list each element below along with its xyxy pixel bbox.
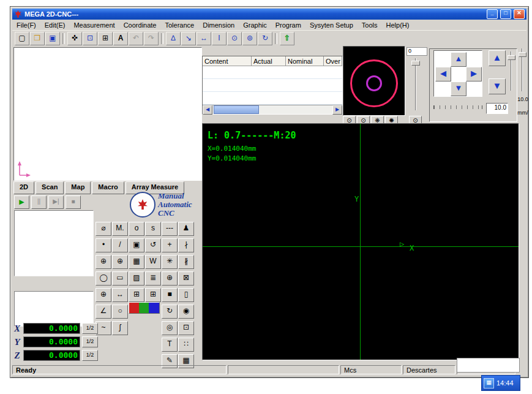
tool-button[interactable]: ■ xyxy=(162,288,178,302)
tool-button[interactable]: o xyxy=(129,222,144,236)
jog-right-button[interactable]: ▶ xyxy=(466,67,482,81)
stop-button[interactable]: ■ xyxy=(66,195,81,209)
angle-measure-button[interactable]: ∆ xyxy=(166,32,181,45)
menu-item[interactable]: Graphic xyxy=(239,21,271,29)
jog-left-button[interactable]: ◀ xyxy=(435,67,451,81)
redo-button[interactable]: ↷ xyxy=(144,32,159,45)
jog-down-button[interactable]: ▼ xyxy=(451,81,466,96)
light-slider[interactable] xyxy=(415,58,416,110)
menu-item[interactable]: Sysyten Setup xyxy=(305,21,358,29)
scroll-thumb[interactable] xyxy=(214,105,259,114)
menu-item[interactable]: Edit(E) xyxy=(40,21,70,29)
tool-button[interactable]: ∦ xyxy=(178,255,194,269)
tool-button[interactable]: ○ xyxy=(112,305,128,319)
tool-button[interactable]: ⊕ xyxy=(96,288,111,302)
speed-slider-thumb[interactable] xyxy=(508,55,515,60)
tool-button[interactable]: ⊞ xyxy=(129,288,144,302)
tool-button[interactable]: ▯ xyxy=(178,288,194,302)
step-button[interactable]: ▶| xyxy=(48,195,64,209)
tool-button[interactable]: ⊡ xyxy=(178,321,194,335)
tool-button[interactable]: ʃ xyxy=(112,321,128,335)
feed-rate-box[interactable]: 10.0 xyxy=(486,103,508,114)
color-settings-button[interactable] xyxy=(129,302,160,314)
tool-button[interactable]: ▨ xyxy=(129,271,144,286)
tool-button[interactable]: ▭ xyxy=(112,271,128,286)
z-down-button[interactable]: ▼ xyxy=(489,78,506,94)
tool-button[interactable]: s xyxy=(145,222,161,236)
strip-slider-thumb[interactable] xyxy=(519,52,526,57)
z-up-button[interactable]: ▲ xyxy=(489,50,506,66)
menu-item[interactable]: Dimension xyxy=(198,21,239,29)
circle-center-button[interactable]: ⊙ xyxy=(227,32,242,45)
scroll-left-icon[interactable]: ◀ xyxy=(203,105,212,115)
minimize-button[interactable]: _ xyxy=(487,9,498,19)
z-half-button[interactable]: 1/2 xyxy=(82,350,98,361)
tool-button[interactable]: • xyxy=(96,238,111,252)
tool-button[interactable]: ∷ xyxy=(178,338,194,352)
menu-item[interactable]: Help(H) xyxy=(382,21,414,29)
tool-button[interactable]: T xyxy=(162,338,178,352)
tool-button[interactable]: --- xyxy=(162,222,178,236)
tab-macro[interactable]: Macro xyxy=(92,181,124,194)
camera-view[interactable] xyxy=(343,46,405,116)
tab-2d[interactable]: 2D xyxy=(13,181,34,194)
zoom-region-button[interactable]: ⊡ xyxy=(83,32,97,45)
menu-item[interactable]: Tolerance xyxy=(161,21,199,29)
tool-button[interactable]: / xyxy=(112,238,128,252)
table-row[interactable] xyxy=(203,92,342,105)
tool-button[interactable]: ⊕ xyxy=(112,255,128,269)
taskbar-tray[interactable]: ▦ 14:44 xyxy=(481,375,520,391)
tab-scan[interactable]: Scan xyxy=(36,181,64,194)
tool-button[interactable]: ⌀ xyxy=(96,222,111,236)
tool-button[interactable]: ⊞ xyxy=(145,288,161,302)
table-row[interactable] xyxy=(203,66,342,79)
tool-button[interactable]: ↺ xyxy=(145,238,161,252)
table-row[interactable] xyxy=(203,79,342,92)
tool-button[interactable]: ⊕ xyxy=(162,271,178,286)
tool-button[interactable]: ✳ xyxy=(162,255,178,269)
pause-button[interactable]: || xyxy=(31,195,47,209)
title-bar[interactable]: MEGA 2D-CNC--- _ □ ✕ xyxy=(12,9,526,20)
height-measure-button[interactable]: I xyxy=(212,32,227,45)
new-file-button[interactable]: ▢ xyxy=(15,32,29,45)
tool-button[interactable]: ⊠ xyxy=(178,271,194,286)
tool-button[interactable]: ◯ xyxy=(96,271,111,286)
menu-item[interactable]: Coordinate xyxy=(119,21,161,29)
light-slider-thumb[interactable] xyxy=(411,61,420,66)
horizontal-scrollbar[interactable]: ◀ ▶ xyxy=(203,105,342,114)
play-button[interactable]: ▶ xyxy=(14,195,29,209)
graphics-canvas[interactable] xyxy=(13,47,202,181)
undo-button[interactable]: ↶ xyxy=(129,32,143,45)
go-up-button[interactable]: ⇧ xyxy=(280,32,294,45)
menu-item[interactable]: Tools xyxy=(358,21,382,29)
menu-item[interactable]: File(F) xyxy=(12,21,40,29)
distance-measure-button[interactable]: ↔ xyxy=(197,32,211,45)
tool-button[interactable]: ▣ xyxy=(129,238,144,252)
tool-button[interactable]: ∤ xyxy=(178,238,194,252)
close-button[interactable]: ✕ xyxy=(514,9,525,19)
move-tool-button[interactable]: ✜ xyxy=(67,32,82,45)
tool-button[interactable]: ⊕ xyxy=(96,255,111,269)
measurement-view[interactable]: L: 0.7------M:20 X=0.014040mm Y=0.014040… xyxy=(202,123,519,360)
tool-button[interactable]: ▦ xyxy=(129,255,144,269)
y-half-button[interactable]: 1/2 xyxy=(82,336,98,347)
tool-button[interactable]: ♟ xyxy=(178,222,194,236)
jog-up-button[interactable]: ▲ xyxy=(451,52,466,67)
tool-button[interactable]: ◉ xyxy=(178,305,194,319)
circle-measure-button[interactable]: ⊚ xyxy=(242,32,257,45)
scroll-right-icon[interactable]: ▶ xyxy=(332,105,342,115)
text-tool-button[interactable]: A xyxy=(113,32,128,45)
save-button[interactable]: ▣ xyxy=(45,32,60,45)
scroll-track[interactable] xyxy=(212,105,332,114)
measure-result-list[interactable] xyxy=(14,210,94,276)
tool-button[interactable]: ∠ xyxy=(96,305,111,319)
maximize-button[interactable]: □ xyxy=(500,9,511,19)
tool-button[interactable]: W xyxy=(145,255,161,269)
tool-button[interactable]: ↔ xyxy=(112,288,128,302)
menu-item[interactable]: Program xyxy=(271,21,305,29)
message-list[interactable] xyxy=(14,291,94,327)
tool-button[interactable]: M. xyxy=(112,222,128,236)
tool-button[interactable]: ◎ xyxy=(162,321,178,335)
x-half-button[interactable]: 1/2 xyxy=(82,323,98,334)
tray-icon[interactable]: ▦ xyxy=(484,378,494,388)
